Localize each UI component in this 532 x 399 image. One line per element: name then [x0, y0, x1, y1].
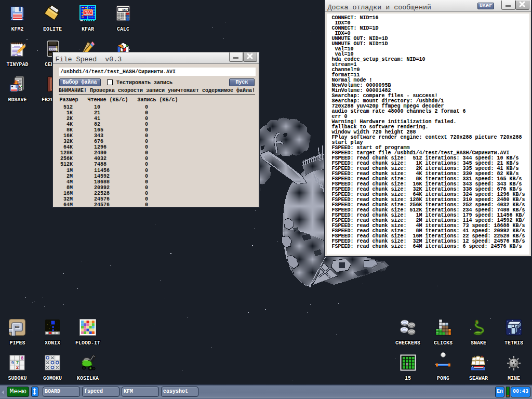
svg-text:2: 2 [16, 365, 19, 370]
svg-text:CODE: CODE [49, 47, 59, 51]
svg-text:1570: 1570 [122, 8, 130, 12]
svg-text:9: 9 [11, 361, 14, 366]
svg-text:8: 8 [21, 356, 23, 361]
